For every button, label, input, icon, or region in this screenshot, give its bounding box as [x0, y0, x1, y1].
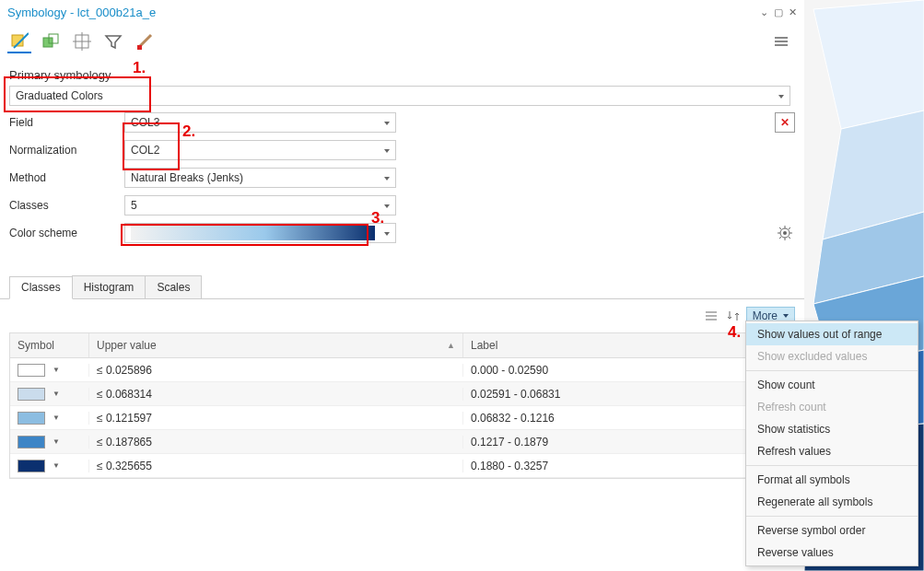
menu-regenerate-all[interactable]: Regenerate all symbols	[746, 491, 918, 513]
filter-button[interactable]	[101, 29, 125, 53]
chevron-down-icon[interactable]: ▼	[53, 390, 60, 398]
header-symbol[interactable]: Symbol	[10, 333, 88, 357]
upper-value-cell[interactable]: ≤ 0.068314	[88, 388, 462, 401]
menu-hamburger-icon[interactable]	[775, 37, 788, 46]
field-value: COL3	[131, 116, 159, 129]
maximize-icon[interactable]: ▢	[774, 6, 783, 18]
menu-show-statistics[interactable]: Show statistics	[746, 418, 918, 440]
svg-line-15	[789, 227, 790, 229]
color-scheme-options-button[interactable]	[775, 223, 795, 243]
menu-show-excluded: Show excluded values	[746, 345, 918, 367]
annotation-1: 1.	[133, 59, 146, 77]
primary-symbology-dropdown[interactable]: Graduated Colors	[9, 86, 790, 106]
grid-body: ▼ ≤ 0.025896 0.000 - 0.02590 ▼ ≤ 0.06831…	[10, 358, 794, 478]
symbol-cell[interactable]: ▼	[10, 436, 88, 449]
more-context-menu: Show values out of range Show excluded v…	[745, 320, 918, 566]
menu-format-all[interactable]: Format all symbols	[746, 469, 918, 491]
symbol-cell[interactable]: ▼	[10, 364, 88, 377]
chevron-down-icon[interactable]: ▼	[53, 366, 60, 374]
table-row[interactable]: ▼ ≤ 0.025896 0.000 - 0.02590	[10, 358, 794, 382]
classes-value: 5	[131, 199, 137, 212]
grid-header: Symbol Upper value ▲ Label	[10, 333, 794, 358]
normalization-label: Normalization	[9, 144, 124, 157]
table-row[interactable]: ▼ ≤ 0.325655 0.1880 - 0.3257	[10, 454, 794, 478]
color-ramp-icon	[131, 226, 375, 240]
annotation-2: 2.	[182, 122, 195, 141]
grid-toolbar: More	[0, 299, 804, 332]
svg-rect-1	[43, 38, 53, 47]
normalization-dropdown[interactable]: COL2	[124, 140, 396, 160]
svg-line-13	[779, 227, 781, 229]
panel-title: Symbology - lct_000b21a_e	[7, 6, 156, 19]
advanced-symbology-button[interactable]	[133, 29, 157, 53]
upper-value-cell[interactable]: ≤ 0.025896	[88, 364, 462, 377]
symbol-cell[interactable]: ▼	[10, 412, 88, 425]
method-value: Natural Breaks (Jenks)	[131, 171, 243, 184]
classes-label: Classes	[9, 199, 124, 212]
label-cell[interactable]: 0.000 - 0.02590	[462, 364, 794, 377]
annotation-3: 3.	[371, 209, 384, 227]
sort-icon[interactable]	[724, 307, 743, 325]
primary-symbology-value: Graduated Colors	[16, 89, 103, 102]
symbol-swatch	[18, 412, 45, 425]
tab-scales[interactable]: Scales	[145, 275, 202, 298]
symbol-swatch	[18, 364, 45, 377]
symbology-panel: Symbology - lct_000b21a_e ⌄ ▢ ✕ Primary …	[0, 0, 804, 571]
symbol-swatch	[18, 388, 45, 401]
header-label[interactable]: Label	[462, 333, 794, 357]
label-cell[interactable]: 0.02591 - 0.06831	[462, 388, 794, 401]
class-tabs: Classes Histogram Scales	[0, 275, 804, 299]
svg-line-16	[779, 237, 781, 239]
symbol-swatch	[18, 460, 45, 472]
primary-symbology-label: Primary symbology	[9, 68, 795, 82]
symbol-layer-drawing-button[interactable]	[70, 29, 94, 53]
chevron-down-icon[interactable]: ▼	[53, 461, 60, 470]
tab-classes[interactable]: Classes	[9, 276, 73, 299]
field-label: Field	[9, 116, 124, 129]
label-cell[interactable]: 0.1880 - 0.3257	[462, 460, 794, 472]
symbology-content: Primary symbology Graduated Colors Field…	[0, 68, 804, 244]
menu-show-count[interactable]: Show count	[746, 374, 918, 396]
symbol-cell[interactable]: ▼	[10, 460, 88, 472]
header-upper-value[interactable]: Upper value ▲	[88, 333, 462, 357]
color-scheme-label: Color scheme	[9, 227, 124, 239]
menu-reverse-values[interactable]: Reverse values	[746, 542, 918, 564]
table-row[interactable]: ▼ ≤ 0.121597 0.06832 - 0.1216	[10, 406, 794, 430]
tab-histogram[interactable]: Histogram	[72, 275, 146, 298]
symbol-swatch	[18, 436, 45, 449]
expression-button[interactable]: ✕	[775, 112, 795, 133]
classes-dropdown[interactable]: 5	[124, 195, 396, 216]
table-row[interactable]: ▼ ≤ 0.068314 0.02591 - 0.06831	[10, 382, 794, 406]
title-bar: Symbology - lct_000b21a_e ⌄ ▢ ✕	[0, 0, 804, 22]
label-cell[interactable]: 0.06832 - 0.1216	[462, 412, 794, 425]
symbol-cell[interactable]: ▼	[10, 388, 88, 401]
window-controls: ⌄ ▢ ✕	[760, 6, 797, 18]
close-icon[interactable]: ✕	[789, 6, 797, 18]
menu-refresh-count: Refresh count	[746, 396, 918, 418]
method-dropdown[interactable]: Natural Breaks (Jenks)	[124, 168, 396, 188]
classes-grid: Symbol Upper value ▲ Label ▼ ≤ 0.025896 …	[9, 332, 795, 479]
svg-rect-6	[137, 45, 142, 50]
method-label: Method	[9, 171, 124, 184]
dropdown-caret-icon[interactable]: ⌄	[760, 6, 768, 18]
list-view-icon[interactable]	[702, 307, 720, 325]
upper-value-cell[interactable]: ≤ 0.187865	[88, 436, 462, 449]
sort-asc-icon: ▲	[447, 341, 455, 350]
svg-line-14	[789, 237, 790, 239]
annotation-4: 4.	[728, 323, 741, 342]
normalization-value: COL2	[131, 144, 159, 157]
menu-reverse-order[interactable]: Reverse symbol order	[746, 519, 918, 542]
upper-value-cell[interactable]: ≤ 0.325655	[88, 460, 462, 472]
color-scheme-dropdown[interactable]	[124, 223, 396, 243]
symbology-toolbar	[0, 26, 804, 57]
menu-refresh-values[interactable]: Refresh values	[746, 440, 918, 462]
table-row[interactable]: ▼ ≤ 0.187865 0.1217 - 0.1879	[10, 430, 794, 454]
upper-value-cell[interactable]: ≤ 0.121597	[88, 412, 462, 425]
chevron-down-icon[interactable]: ▼	[53, 414, 60, 422]
menu-show-out-of-range[interactable]: Show values out of range	[746, 323, 918, 345]
chevron-down-icon[interactable]: ▼	[53, 437, 60, 446]
vary-symbology-button[interactable]	[39, 29, 63, 53]
symbology-gallery-button[interactable]	[7, 29, 31, 53]
field-dropdown[interactable]: COL3	[124, 112, 396, 133]
label-cell[interactable]: 0.1217 - 0.1879	[462, 436, 794, 449]
